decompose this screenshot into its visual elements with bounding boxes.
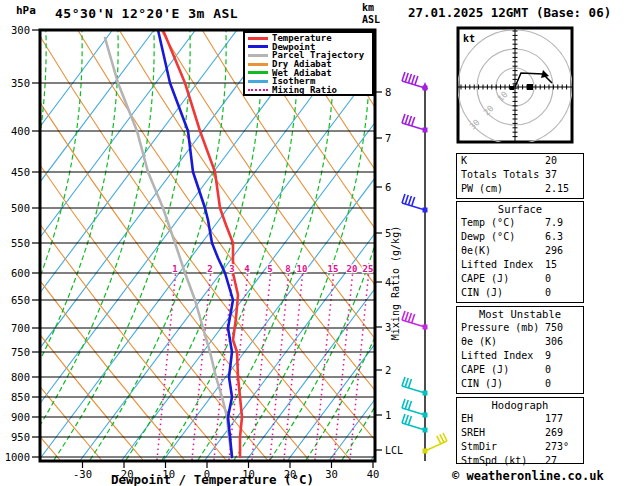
wind-barb-tick [440, 434, 444, 442]
row-label: Totals Totals [461, 169, 539, 180]
wind-barb-tick [402, 414, 405, 423]
mixing-ratio-label: 1 [172, 264, 177, 274]
table-title: Hodograph [457, 398, 583, 412]
table-row: StmSpd (kt)27 [457, 454, 583, 468]
mixing-ratio-label: 2 [207, 264, 212, 274]
pressure-tick-label: 700 [11, 322, 30, 334]
mixing-ratio-label: 8 [285, 264, 290, 274]
wind-barb-tick [402, 114, 405, 123]
footer-copyright: © weatheronline.co.uk [452, 469, 629, 483]
row-value: 9 [545, 349, 551, 363]
row-label: Temp (°C) [461, 217, 515, 228]
wind-barb-marker [423, 128, 428, 133]
mixing-ratio-label: 3 [229, 264, 234, 274]
row-value: 20 [545, 154, 557, 168]
wind-barb-marker [423, 449, 428, 454]
pressure-tick-label: 600 [11, 267, 30, 279]
wind-barb-tick [412, 75, 415, 84]
x-axis-title: Dewpoint / Temperature (°C) [0, 472, 425, 486]
wind-barb-tick [405, 378, 408, 387]
altitude-axis-unit: km ASL [362, 2, 380, 26]
wind-barb-tick [405, 312, 408, 321]
wind-barb [402, 194, 428, 213]
mixing-axis-title: Mixing Ratio (g/kg) [390, 226, 401, 340]
hodograph: 102030kt [458, 28, 572, 144]
row-label: EH [461, 413, 473, 424]
row-value: 37 [545, 168, 557, 182]
dry-adiabat-line [0, 30, 226, 460]
row-value: 15 [545, 258, 557, 272]
table-row: CIN (J)0 [457, 377, 583, 391]
row-label: CAPE (J) [461, 273, 509, 284]
row-label: CIN (J) [461, 378, 503, 389]
pressure-tick-label: 300 [11, 24, 30, 36]
wind-barb-tick [402, 194, 405, 203]
row-value: 750 [545, 321, 563, 335]
table-row: K20 [457, 154, 583, 168]
wind-barb [402, 114, 428, 133]
datetime-title: 27.01.2025 12GMT (Base: 06) [408, 5, 611, 20]
hodograph-unit-label: kt [463, 33, 475, 44]
row-label: PW (cm) [461, 183, 503, 194]
table-row: Dewp (°C)6.3 [457, 230, 583, 244]
table-row: Totals Totals37 [457, 168, 583, 182]
wind-barb-tick [402, 399, 405, 408]
table-row: θe (K)306 [457, 335, 583, 349]
station-title: 45°30'N 12°20'E 3m ASL [55, 6, 238, 21]
wind-barb [402, 377, 428, 396]
wind-barb-tick [405, 400, 408, 409]
km-tick-label: 7 [385, 132, 391, 144]
row-label: K [461, 155, 467, 166]
wind-barb [423, 433, 448, 454]
altitude-unit-km: km [362, 2, 380, 14]
temperature-swatch [248, 37, 268, 40]
wet-adiabat-line [18, 30, 154, 460]
table-row: StmDir273° [457, 440, 583, 454]
row-value: 177 [545, 412, 563, 426]
dry-adiabat-swatch [248, 63, 268, 66]
legend-label: Mixing Ratio [272, 86, 337, 94]
wind-barb-tick [415, 76, 418, 85]
isotherm-swatch [248, 80, 268, 83]
row-value: 0 [545, 377, 551, 391]
pressure-tick-label: 750 [11, 346, 30, 358]
wind-barb [402, 72, 428, 91]
pressure-tick-label: 1000 [5, 451, 30, 463]
mixing-ratio-label: 4 [244, 264, 250, 274]
row-label: CIN (J) [461, 287, 503, 298]
pressure-tick-label: 550 [11, 237, 30, 249]
km-tick-label: 8 [385, 86, 391, 98]
row-value: 7.9 [545, 216, 563, 230]
wet-adiabat-swatch [248, 71, 268, 74]
row-label: Dewp (°C) [461, 231, 515, 242]
pressure-tick-label: 350 [11, 77, 30, 89]
wind-barb-marker [423, 86, 428, 91]
table-row: CIN (J)0 [457, 286, 583, 300]
legend-box: Temperature Dewpoint Parcel Trajectory D… [243, 31, 374, 96]
row-label: StmDir [461, 441, 497, 452]
mixing-ratio-swatch [248, 89, 268, 91]
wind-barb-tick [437, 436, 441, 444]
pressure-tick-label: 850 [11, 391, 30, 403]
km-tick-label: 1 [385, 409, 391, 421]
table-row: Lifted Index15 [457, 258, 583, 272]
km-tick-label: 6 [385, 181, 391, 193]
storm-motion-marker [527, 84, 533, 90]
summary-table: K20 Totals Totals37 PW (cm)2.15 [456, 153, 584, 199]
pressure-tick-label: 800 [11, 371, 30, 383]
mixing-ratio-line [157, 274, 176, 460]
km-tick-label: 2 [385, 364, 391, 376]
hodograph-table: Hodograph EH177 SREH269 StmDir273° StmSp… [456, 397, 584, 464]
legend-label: Dry Adiabat [272, 60, 332, 68]
pressure-tick-label: 900 [11, 411, 30, 423]
mixing-ratio-line [284, 274, 303, 460]
skewt-app: 1234581015202530035040045050055060065070… [0, 0, 629, 486]
row-label: Lifted Index [461, 350, 533, 361]
table-row: CAPE (J)0 [457, 272, 583, 286]
legend-row: Mixing Ratio [248, 86, 372, 95]
wind-barb-tick [408, 401, 411, 410]
wind-barb-tick [412, 117, 415, 126]
row-value: 0 [545, 272, 551, 286]
wind-barb [402, 311, 428, 330]
parcel-swatch [248, 54, 268, 57]
